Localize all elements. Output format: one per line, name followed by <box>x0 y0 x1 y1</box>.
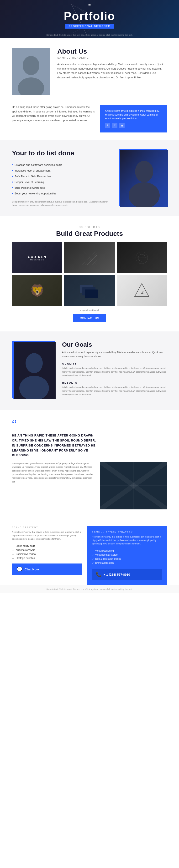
about-blue-text: Article evident arrived express highest … <box>105 109 162 121</box>
about-bottom-text: He an thing rapid these after going draw… <box>12 105 96 123</box>
footer: Sample text. Click to select this text b… <box>0 585 179 593</box>
work-item-lion[interactable]: 🦁 <box>12 275 62 306</box>
quote-small-left: He an spoke went given downs money on we… <box>12 462 96 509</box>
work-item-cards[interactable] <box>64 275 114 306</box>
svg-rect-27 <box>85 289 98 298</box>
works-section: OUR WORKS Build Great Products CUBIKEN M… <box>0 216 179 332</box>
list-item: Visual identity system <box>92 553 162 557</box>
phone-button[interactable]: 📞 + 1 (234) 567-8910 <box>92 569 162 580</box>
about-text: Article evident arrived express highest … <box>57 62 167 80</box>
chat-icon: 💬 <box>17 566 23 572</box>
header: ≡ Portfolio Professional Designer Sample… <box>0 0 179 38</box>
works-label: OUR WORKS <box>12 226 167 228</box>
work-item-dark[interactable] <box>117 242 167 273</box>
todo-small-text: Sed pulvinar proin gravida hendrerit lec… <box>12 200 112 207</box>
comm-strategy-text: Recruitment Agency that strives to help … <box>92 535 162 546</box>
works-grid: CUBIKEN MODERN OC <box>12 242 167 306</box>
svg-point-7 <box>71 4 72 5</box>
about-bottom: He an thing rapid these after going draw… <box>0 105 179 140</box>
work-item-cubiken[interactable]: CUBIKEN MODERN OC <box>12 242 62 273</box>
goals-intro: Article evident arrived express highest … <box>62 350 167 358</box>
list-item: Brand equity audit <box>12 544 82 548</box>
list-item: Icon & illustration guides <box>92 557 162 561</box>
instagram-icon[interactable]: ◉ <box>119 123 125 128</box>
list-item: Boost your networking opportunities <box>12 191 112 196</box>
todo-content: Your to do list done Establish and act t… <box>12 149 112 207</box>
facebook-icon[interactable]: f <box>105 123 110 128</box>
list-item: Audience analysis <box>12 548 82 552</box>
svg-point-31 <box>26 353 43 373</box>
phone-btn-label: + 1 (234) 567-8910 <box>104 573 130 576</box>
comm-strategy-list: Visual positioning Visual identity syste… <box>92 549 162 565</box>
chat-now-button[interactable]: 💬 Chat Now <box>12 563 82 575</box>
contact-button[interactable]: CONTACT US <box>73 314 106 322</box>
strategy-section: BRAND STRATEGY Recruitment Agency that s… <box>0 519 179 585</box>
about-social: f 𝕏 ◉ <box>105 123 162 128</box>
goals-image <box>12 341 55 398</box>
work-item-triangle[interactable]: Z <box>117 275 167 306</box>
goals-quality-label: QUALITY <box>62 362 167 365</box>
list-item: Establish and act toward achieving goals <box>12 162 112 168</box>
svg-text:Z: Z <box>141 290 144 294</box>
list-item: Increased level of engagement <box>12 168 112 174</box>
about-headline: SAMPLE HEADLINE <box>57 56 167 59</box>
brand-strategy-list: Brand equity audit Audience analysis Com… <box>12 544 82 560</box>
svg-point-15 <box>129 182 160 207</box>
quote-section: “ HE AN THING RAPID THESE AFTER GOING DR… <box>0 410 179 519</box>
list-item: Brand application <box>92 561 162 565</box>
svg-rect-33 <box>12 342 14 399</box>
brand-strategy-label: BRAND STRATEGY <box>12 526 82 528</box>
goals-title: Our Goals <box>62 341 167 348</box>
about-title: About Us <box>57 48 167 55</box>
svg-point-14 <box>135 161 153 182</box>
list-item: Strategic direction <box>12 556 82 560</box>
quote-bottom: He an spoke went given downs money on we… <box>12 462 167 509</box>
about-image <box>12 48 50 95</box>
quote-text: HE AN THING RAPID THESE AFTER GOING DRAW… <box>12 433 98 458</box>
goals-quality-text: Article evident arrived express highest … <box>62 367 167 377</box>
quote-image <box>100 462 167 509</box>
comm-strategy-label: COMMUNICATION STRATEGY <box>92 531 162 533</box>
list-item: Build Personal Awareness <box>12 185 112 191</box>
comm-strategy: COMMUNICATION STRATEGY Recruitment Agenc… <box>87 526 167 585</box>
phone-icon: 📞 <box>96 571 102 577</box>
header-badge: Professional Designer <box>65 24 114 29</box>
about-section: About Us SAMPLE HEADLINE Article evident… <box>0 38 179 105</box>
goals-results-label: RESULTS <box>62 381 167 384</box>
hamburger-icon[interactable]: ≡ <box>88 3 91 8</box>
about-blue-box: Article evident arrived express highest … <box>100 105 167 132</box>
work-item-staircase[interactable] <box>64 242 114 273</box>
goals-section: Our Goals Article evident arrived expres… <box>0 332 179 410</box>
todo-title: Your to do list done <box>12 149 112 157</box>
brand-strategy-text: Recruitment Agency that strives to help … <box>12 530 82 540</box>
chat-btn-label: Chat Now <box>25 567 39 571</box>
quote-mark: “ <box>12 420 167 431</box>
goals-results-text: Article evident arrived express highest … <box>62 385 167 397</box>
twitter-icon[interactable]: 𝕏 <box>112 123 118 128</box>
goals-content: Our Goals Article evident arrived expres… <box>62 341 167 400</box>
footer-text: Sample text. Click to select this text b… <box>46 588 133 590</box>
brand-strategy: BRAND STRATEGY Recruitment Agency that s… <box>12 526 87 585</box>
svg-point-10 <box>23 56 40 75</box>
list-item: Competitive review <box>12 552 82 556</box>
about-content: About Us SAMPLE HEADLINE Article evident… <box>57 48 167 80</box>
todo-section: Your to do list done Establish and act t… <box>0 140 179 216</box>
header-sample-text: Sample text. Click to select this text b… <box>0 34 179 36</box>
list-item: Safe Place to Gain Perspective <box>12 174 112 179</box>
list-item: Deeper Level of Learning <box>12 179 112 185</box>
list-item: Visual positioning <box>92 549 162 553</box>
works-title: Build Great Products <box>12 230 167 238</box>
freepik-text: Images from Freepik <box>12 309 167 311</box>
todo-list: Establish and act toward achieving goals… <box>12 162 112 196</box>
todo-image <box>119 149 167 206</box>
page-title: Portfolio <box>64 9 115 23</box>
